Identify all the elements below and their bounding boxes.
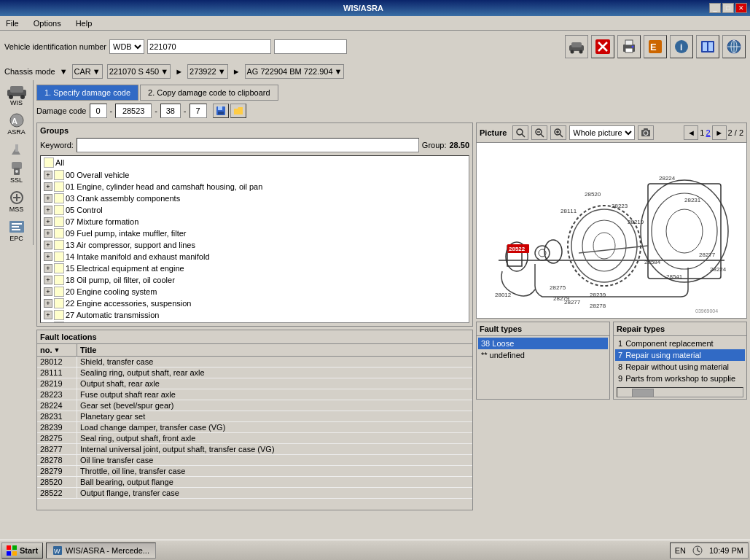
group-expand-05[interactable]: + [44,206,52,214]
group-item-07[interactable]: + 07 Mixture formation [41,216,469,228]
group-expand-00[interactable]: + [44,171,52,179]
start-button[interactable]: Start [1,542,43,559]
fault-type-**[interactable]: ** undefined [478,349,608,361]
group-expand-28[interactable]: + [44,322,52,323]
sidebar-car-icon[interactable] [565,35,588,58]
damage-code-val2[interactable] [115,104,152,118]
fault-row-28277[interactable]: 28277 Internal universal joint, output s… [37,444,472,455]
vin-dropdown[interactable]: WDB [109,39,144,54]
cancel-icon[interactable] [591,35,614,58]
taskbar-wis-item[interactable]: W WIS/ASRA - Mercede... [46,542,156,559]
page-2[interactable]: 2 [706,128,710,137]
group-expand-22[interactable]: + [44,299,52,308]
fault-row-28012[interactable]: 28012 Shield, transfer case [37,357,472,368]
fault-row-28520[interactable]: 28520 Ball bearing, output flange [37,477,472,488]
chassis-code1-dropdown[interactable]: 273922 ▼ [187,64,228,79]
group-expand-03[interactable]: + [44,194,52,203]
group-item-01[interactable]: + 01 Engine, cylinder head and camshaft … [41,181,469,192]
chassis-car-dropdown[interactable]: CAR ▼ [72,64,103,79]
tab-copy-damage[interactable]: 2. Copy damage code to clipboard [140,85,278,101]
close-button[interactable]: ✕ [735,3,747,13]
fault-row-28224[interactable]: 28224 Gear set (bevel/spur gear) [37,400,472,411]
repair-types-scrollbar[interactable] [617,387,743,397]
scrollbar-track[interactable] [617,387,743,397]
group-expand-09[interactable]: + [44,229,52,238]
fault-row-28278[interactable]: 28278 Oil line transfer case [37,455,472,466]
group-item-22[interactable]: + 22 Engine accessories, suspension [41,298,469,309]
damage-code-val1[interactable] [90,104,107,118]
next-page-btn[interactable]: ► [712,125,727,140]
menu-options[interactable]: Options [31,18,64,29]
sidebar-car[interactable]: WIS [6,83,28,106]
group-expand-07[interactable]: + [44,217,52,226]
zoom-plus-btn[interactable] [550,125,566,140]
group-item-13[interactable]: + 13 Air compressor, support and lines [41,239,469,251]
zoom-cursor-btn[interactable] [512,125,528,140]
fault-row-28219[interactable]: 28219 Output shaft, rear axle [37,378,472,389]
zoom-minus-btn[interactable] [531,125,547,140]
repair-type-9[interactable]: 9 Parts from workshop to supplie [615,373,745,384]
fault-row-28275[interactable]: 28275 Seal ring, output shaft, front axl… [37,433,472,444]
vin-input[interactable] [147,39,271,54]
group-item-05[interactable]: + 05 Control [41,204,469,216]
fault-table-container[interactable]: 28012 Shield, transfer case 28111 Sealin… [37,357,472,510]
picture-view-dropdown[interactable]: Whole picture [569,125,635,140]
group-expand-01[interactable]: + [44,182,52,191]
sidebar-ssl[interactable]: SSL [6,160,28,184]
sidebar-epc[interactable]: EPC [6,219,28,242]
book-icon[interactable] [696,35,719,58]
fault-row-28522[interactable]: 28522 Output flange, transfer case [37,488,472,499]
vin-extra[interactable] [274,39,347,54]
page-1[interactable]: 1 [700,128,704,137]
group-item-00[interactable]: + 00 Overall vehicle [41,169,469,181]
repair-type-8[interactable]: 8 Repair without using material [615,361,745,373]
group-item-14[interactable]: + 14 Intake manifold and exhaust manifol… [41,251,469,262]
sidebar-mss[interactable]: MSS [6,190,28,213]
group-item-27[interactable]: + 27 Automatic transmission [41,309,469,321]
repair-type-1[interactable]: 1 Component replacement [615,338,745,349]
chassis-code2-dropdown[interactable]: AG 722904 BM 722.904 ▼ [245,64,345,79]
group-item-20[interactable]: + 20 Engine cooling system [41,286,469,298]
fault-col-no-header[interactable]: no. ▼ [37,344,77,356]
save-icon[interactable] [213,104,229,118]
group-expand-13[interactable]: + [44,241,52,249]
tab-specify-damage[interactable]: 1. Specify damage code [36,85,138,101]
folder-icon[interactable] [230,104,246,118]
group-expand-20[interactable]: + [44,287,52,296]
keyword-input[interactable] [77,138,419,152]
print-icon[interactable] [617,35,641,58]
group-item-03[interactable]: + 03 Crank assembly components [41,192,469,204]
fault-col-title-header[interactable]: Title [77,344,472,356]
scrollbar-thumb[interactable] [632,389,654,397]
group-item-28[interactable]: + 28 Transfer case [41,321,469,323]
group-item-09[interactable]: + 09 Fuel pump, intake muffler, filter [41,228,469,239]
sidebar-tools[interactable] [6,141,28,158]
globe-icon[interactable] [722,35,746,58]
group-expand-14[interactable]: + [44,252,52,261]
picture-camera-btn[interactable] [638,125,654,140]
fault-row-28231[interactable]: 28231 Planetary gear set [37,411,472,422]
group-expand-27[interactable]: + [44,311,52,319]
group-item-15[interactable]: + 15 Electrical equipment at engine [41,262,469,274]
clear-icon[interactable]: E [644,35,667,58]
maximize-button[interactable]: □ [722,3,734,13]
group-expand-15[interactable]: + [44,264,52,273]
info-icon[interactable]: i [670,35,693,58]
groups-list[interactable]: All + 00 Overall vehicle + 01 Engine, cy… [40,155,469,323]
repair-type-7[interactable]: 7 Repair using material [615,349,745,361]
fault-row-28223[interactable]: 28223 Fuse output shaft rear axle [37,389,472,400]
fault-type-38[interactable]: 38 Loose [478,338,608,349]
prev-page-btn[interactable]: ◄ [684,125,698,140]
group-item-18[interactable]: + 18 Oil pump, oil filter, oil cooler [41,274,469,286]
menu-help[interactable]: Help [73,18,95,29]
group-all-item[interactable]: All [41,156,469,169]
damage-code-val3[interactable] [160,104,181,118]
group-expand-18[interactable]: + [44,276,52,284]
chassis-model-dropdown[interactable]: 221070 S 450 ▼ [107,64,171,79]
sidebar-asra[interactable]: A ASRA [6,112,28,136]
fault-row-28239[interactable]: 28239 Load change damper, transfer case … [37,422,472,433]
fault-row-28111[interactable]: 28111 Sealing ring, output shaft, rear a… [37,368,472,378]
fault-row-28279[interactable]: 28279 Throttle, oil line, transfer case [37,466,472,477]
menu-file[interactable]: File [3,18,22,29]
minimize-button[interactable]: _ [709,3,721,13]
